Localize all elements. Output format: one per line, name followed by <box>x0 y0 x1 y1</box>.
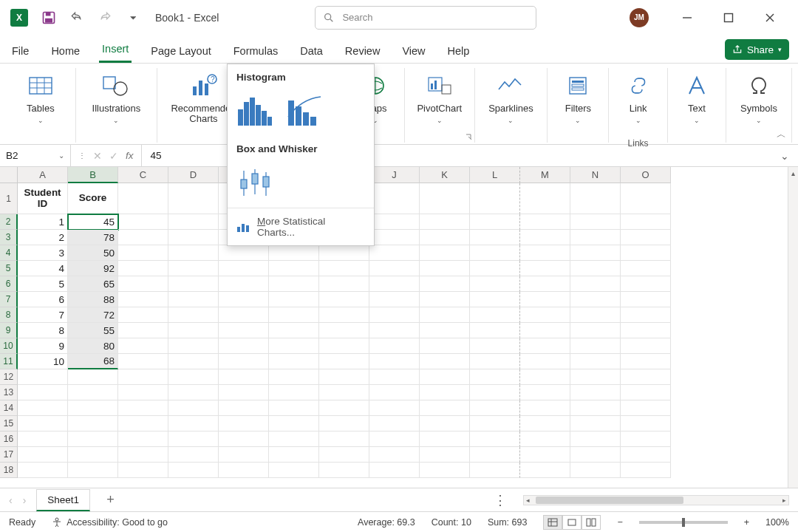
cell[interactable] <box>168 276 219 292</box>
horizontal-scrollbar[interactable]: ◂ ▸ <box>523 495 789 505</box>
tab-insert[interactable]: Insert <box>99 37 132 63</box>
cell[interactable] <box>420 447 470 463</box>
cell[interactable] <box>18 416 68 432</box>
row-header-11[interactable]: 11 <box>0 354 18 369</box>
cell[interactable] <box>369 463 420 478</box>
cell[interactable] <box>219 385 269 400</box>
row-header-12[interactable]: 12 <box>0 369 18 385</box>
cell[interactable] <box>470 245 520 261</box>
cell[interactable] <box>470 400 520 416</box>
cell[interactable] <box>168 416 219 432</box>
cell[interactable]: 6 <box>18 292 68 307</box>
cancel-formula-icon[interactable]: ✕ <box>93 150 102 162</box>
column-header-O[interactable]: O <box>621 167 671 183</box>
accessibility-status[interactable]: Accessibility: Good to go <box>52 517 168 528</box>
cell[interactable]: 88 <box>68 292 118 307</box>
cell[interactable] <box>219 432 269 447</box>
cell[interactable] <box>470 307 520 323</box>
cell[interactable]: 72 <box>68 307 118 323</box>
cell[interactable] <box>570 292 621 307</box>
cell[interactable] <box>319 416 369 432</box>
cell[interactable] <box>319 369 369 385</box>
cell[interactable] <box>269 292 319 307</box>
cell[interactable] <box>269 245 319 261</box>
cell[interactable] <box>118 307 168 323</box>
cell[interactable] <box>570 230 621 245</box>
cell[interactable] <box>369 400 420 416</box>
cell[interactable] <box>621 214 671 230</box>
cell[interactable] <box>470 369 520 385</box>
cell[interactable] <box>520 214 570 230</box>
cell[interactable] <box>520 292 570 307</box>
cell[interactable]: 68 <box>68 354 118 369</box>
tab-help[interactable]: Help <box>445 39 473 63</box>
tab-file[interactable]: File <box>9 39 32 63</box>
cell[interactable] <box>621 447 671 463</box>
scroll-right-icon[interactable]: ▸ <box>782 497 786 504</box>
cell[interactable] <box>168 354 219 369</box>
cell[interactable] <box>470 292 520 307</box>
add-sheet-button[interactable]: + <box>100 492 120 508</box>
cell[interactable] <box>621 416 671 432</box>
cell[interactable]: 1 <box>18 214 68 230</box>
cell[interactable] <box>520 432 570 447</box>
cell[interactable] <box>68 432 118 447</box>
cell[interactable] <box>470 183 520 214</box>
zoom-slider[interactable] <box>639 521 728 524</box>
cell[interactable] <box>420 292 470 307</box>
cell[interactable] <box>570 416 621 432</box>
cell[interactable] <box>168 323 219 338</box>
cell[interactable] <box>319 385 369 400</box>
cell[interactable] <box>570 354 621 369</box>
cell[interactable] <box>621 323 671 338</box>
cell[interactable] <box>168 214 219 230</box>
cell[interactable] <box>168 400 219 416</box>
tab-review[interactable]: Review <box>342 39 383 63</box>
cell[interactable] <box>118 400 168 416</box>
cell[interactable] <box>18 369 68 385</box>
cell[interactable] <box>68 447 118 463</box>
cell[interactable] <box>369 276 420 292</box>
cell[interactable] <box>219 245 269 261</box>
cell[interactable] <box>68 463 118 478</box>
cell[interactable] <box>18 463 68 478</box>
formula-menu-icon[interactable]: ⋮ <box>78 151 86 160</box>
sheet-nav-prev[interactable]: ‹ <box>9 494 13 506</box>
row-header-3[interactable]: 3 <box>0 230 18 245</box>
box-whisker-chart-option[interactable] <box>235 163 275 199</box>
cell[interactable] <box>219 354 269 369</box>
cell[interactable] <box>118 323 168 338</box>
cell[interactable] <box>369 261 420 276</box>
row-header-4[interactable]: 4 <box>0 245 18 261</box>
tab-page-layout[interactable]: Page Layout <box>148 39 214 63</box>
cell[interactable] <box>520 183 570 214</box>
cell[interactable] <box>319 276 369 292</box>
cell[interactable] <box>470 385 520 400</box>
cell[interactable] <box>369 416 420 432</box>
cell[interactable] <box>219 323 269 338</box>
scroll-left-icon[interactable]: ◂ <box>526 497 530 504</box>
sheet-options-button[interactable]: ⋮ <box>494 492 507 508</box>
cell[interactable] <box>520 245 570 261</box>
cell[interactable] <box>319 292 369 307</box>
cell[interactable] <box>269 385 319 400</box>
column-header-L[interactable]: L <box>470 167 520 183</box>
cell[interactable] <box>18 385 68 400</box>
more-statistical-charts-button[interactable]: More Statistical Charts... <box>228 208 374 245</box>
cell[interactable] <box>118 432 168 447</box>
cell[interactable]: 65 <box>68 276 118 292</box>
cell[interactable]: 45 <box>68 214 118 230</box>
cell[interactable] <box>520 230 570 245</box>
illustrations-button[interactable]: Illustrations⌄ <box>83 71 149 124</box>
cell[interactable] <box>520 369 570 385</box>
cell[interactable] <box>219 307 269 323</box>
cell[interactable] <box>520 323 570 338</box>
cell[interactable] <box>621 307 671 323</box>
cell[interactable] <box>269 338 319 354</box>
cell[interactable] <box>621 400 671 416</box>
cell[interactable] <box>621 385 671 400</box>
row-headers[interactable]: 123456789101112131415161718 <box>0 183 18 488</box>
cell[interactable] <box>520 276 570 292</box>
cell[interactable] <box>621 183 671 214</box>
cell[interactable] <box>621 245 671 261</box>
